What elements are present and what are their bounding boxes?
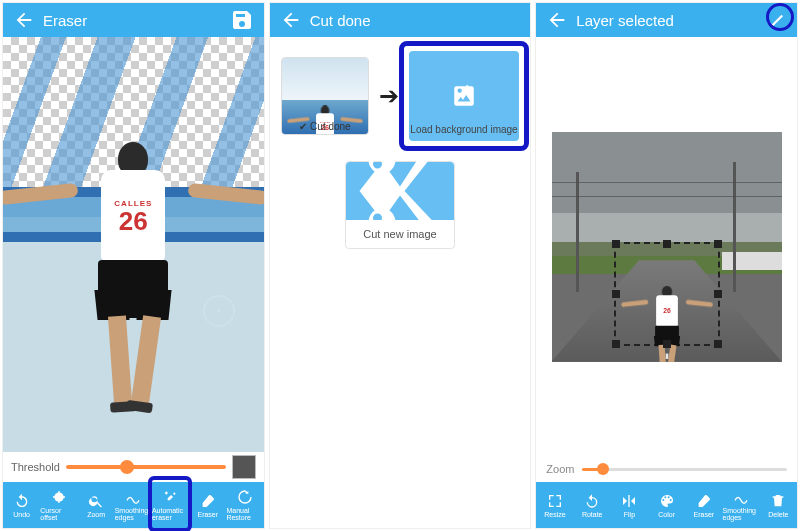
header: Layer selected [536, 3, 797, 37]
tool-resize[interactable]: Resize [536, 482, 573, 528]
confirm-button[interactable] [763, 8, 787, 32]
tool-undo[interactable]: Undo [3, 482, 40, 528]
zoom-bar: Zoom [536, 456, 797, 482]
page-title: Eraser [43, 12, 230, 29]
threshold-slider[interactable] [66, 465, 226, 469]
tool-zoom[interactable]: Zoom [77, 482, 114, 528]
load-bg-label: Load background image [410, 124, 517, 135]
page-title: Layer selected [576, 12, 763, 29]
tool-smoothing[interactable]: Smoothing edges [723, 482, 760, 528]
load-background-button[interactable]: Load background image [409, 51, 519, 141]
tool-flip[interactable]: Flip [611, 482, 648, 528]
bottom-toolbar: Resize Rotate Flip Color Eraser Smoothin… [536, 482, 797, 528]
background-photo: 26 [552, 132, 782, 362]
cut-new-image-button[interactable]: Cut new image [345, 161, 455, 249]
threshold-bar: Threshold [3, 452, 264, 482]
tool-restore[interactable]: Manual Restore [226, 482, 263, 528]
color-preview[interactable] [232, 455, 256, 479]
compositor-canvas[interactable]: 26 [536, 37, 797, 456]
tool-cursor-offset[interactable]: Cursor offset [40, 482, 77, 528]
selection-box[interactable]: 26 [614, 242, 720, 346]
tool-rotate[interactable]: Rotate [574, 482, 611, 528]
arrow-icon: ➔ [379, 82, 399, 110]
zoom-slider[interactable] [582, 468, 787, 471]
editor-canvas[interactable]: CALLES 26 [3, 37, 264, 452]
layer-selected-screen: Layer selected 26 [535, 2, 798, 529]
subject-person: CALLES 26 [53, 142, 213, 422]
tool-auto-eraser[interactable]: Automatic eraser [152, 482, 189, 528]
back-button[interactable] [13, 9, 35, 31]
cut-done-check: ✔ Cut done [282, 121, 368, 132]
cursor-indicator [203, 295, 235, 327]
tool-color[interactable]: Color [648, 482, 685, 528]
cut-done-screen: Cut done CALLES26 ✔ Cut done ➔ [269, 2, 532, 529]
threshold-label: Threshold [11, 461, 60, 473]
tool-smoothing[interactable]: Smoothing edges [115, 482, 152, 528]
zoom-label: Zoom [546, 463, 574, 475]
eraser-screen: Eraser CALLES 26 Threshold Undo Cursor o… [2, 2, 265, 529]
cutout-thumbnail[interactable]: CALLES26 ✔ Cut done [281, 57, 369, 135]
tool-eraser[interactable]: Eraser [189, 482, 226, 528]
jersey-number: 26 [119, 208, 148, 234]
back-button[interactable] [280, 9, 302, 31]
bottom-toolbar: Undo Cursor offset Zoom Smoothing edges … [3, 482, 264, 528]
save-button[interactable] [230, 8, 254, 32]
page-title: Cut done [310, 12, 521, 29]
header: Cut done [270, 3, 531, 37]
tool-eraser[interactable]: Eraser [685, 482, 722, 528]
cut-new-label: Cut new image [363, 220, 436, 248]
tool-delete[interactable]: Delete [760, 482, 797, 528]
back-button[interactable] [546, 9, 568, 31]
body: CALLES26 ✔ Cut done ➔ Load background im… [270, 37, 531, 528]
header: Eraser [3, 3, 264, 37]
